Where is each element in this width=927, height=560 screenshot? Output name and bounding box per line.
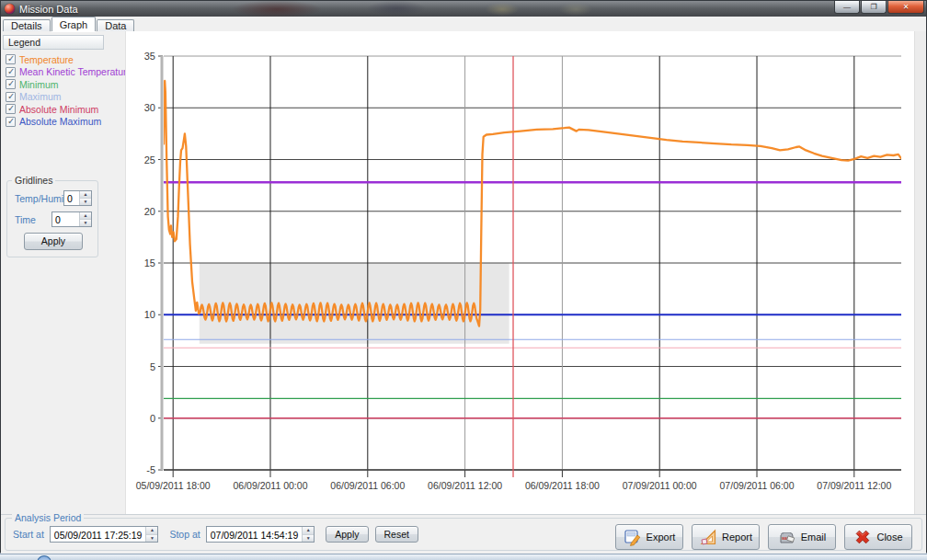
y-tick-label: -5 [146, 464, 155, 475]
x-tick-label: 06/09/2011 00:00 [234, 480, 308, 491]
stop-at-field[interactable]: 07/09/2011 14:54:19 ▲▼ [206, 526, 315, 543]
start-at-label: Start at [13, 529, 44, 540]
analysis-apply-button[interactable]: Apply [326, 526, 368, 543]
stop-at-label: Stop at [169, 529, 200, 540]
maximize-button[interactable]: ❐ [861, 1, 887, 14]
legend-label: Temperature [19, 54, 74, 65]
chart-right-margin [914, 31, 926, 514]
chart-panel: 35302520151050-505/09/2011 18:0006/09/20… [125, 31, 926, 514]
legend-item-absolute-minimum: Absolute Minimum [6, 103, 104, 116]
time-spinner[interactable]: 0 ▲▼ [52, 211, 92, 227]
restore-icon: ❐ [870, 4, 876, 11]
start-at-field[interactable]: 05/09/2011 17:25:19 ▲▼ [50, 526, 159, 543]
checkbox-absolute-minimum[interactable] [6, 104, 16, 114]
gridlines-panel: Gridlines Temp/Humi 0 ▲▼ Time 0 ▲▼ Apply [6, 180, 98, 257]
y-tick-label: 5 [150, 361, 155, 372]
y-axis-labels: 35302520151050-5 [144, 51, 155, 475]
analysis-period-panel: Analysis Period Start at 05/09/2011 17:2… [5, 518, 922, 551]
spinner-up-icon[interactable]: ▲ [80, 191, 91, 199]
close-dialog-button[interactable]: Close [844, 524, 912, 550]
titlebar: Mission Data — ❐ ✕ [1, 1, 926, 17]
temp-humi-label: Temp/Humi [15, 193, 63, 204]
y-tick-label: 35 [144, 51, 155, 62]
spinner-up-icon[interactable]: ▲ [146, 527, 157, 535]
gridlines-title: Gridlines [12, 175, 55, 186]
export-label: Export [647, 531, 676, 543]
x-tick-label: 07/09/2011 06:00 [720, 480, 795, 491]
x-tick-label: 07/09/2011 12:00 [817, 480, 891, 491]
gridlines-apply-button[interactable]: Apply [24, 233, 83, 250]
x-tick-label: 06/09/2011 12:00 [428, 480, 502, 491]
legend-item-absolute-maximum: Absolute Maximum [6, 116, 104, 129]
temp-humi-spinner[interactable]: 0 ▲▼ [63, 190, 92, 206]
spinner-down-icon[interactable]: ▼ [80, 220, 91, 226]
y-tick-label: 15 [144, 257, 155, 269]
spinner-up-icon[interactable]: ▲ [303, 527, 314, 535]
minimize-button[interactable]: — [834, 1, 860, 14]
spinner-up-icon[interactable]: ▲ [80, 212, 91, 220]
spinner-down-icon[interactable]: ▼ [146, 535, 157, 543]
legend-label: Absolute Minimum [19, 104, 98, 115]
report-icon [699, 528, 717, 546]
legend-item-mean-kinetic-temperature: Mean Kinetic Temperature [6, 66, 104, 79]
app-icon [5, 4, 15, 14]
window-title: Mission Data [19, 4, 78, 15]
time-value: 0 [52, 212, 79, 226]
legend-label: Maximum [19, 91, 62, 102]
stop-at-value: 07/09/2011 14:54:19 [207, 527, 303, 542]
x-tick-label: 06/09/2011 06:00 [330, 480, 405, 491]
tab-strip: Details Graph Data [1, 17, 926, 31]
close-window-icon: ✕ [903, 4, 910, 11]
export-button[interactable]: Export [615, 524, 683, 550]
legend-label: Absolute Maximum [19, 116, 101, 127]
x-tick-label: 05/09/2011 18:00 [136, 480, 211, 491]
sidebar: Legend Temperature Mean Kinetic Temperat… [1, 31, 125, 514]
export-icon [624, 528, 642, 546]
y-tick-label: 25 [144, 154, 155, 166]
y-tick-label: 10 [144, 309, 155, 320]
checkbox-absolute-maximum[interactable] [6, 117, 16, 127]
report-button[interactable]: Report [692, 524, 760, 550]
spinner-down-icon[interactable]: ▼ [80, 199, 91, 205]
y-tick-label: 0 [150, 413, 155, 424]
close-label: Close [876, 531, 902, 543]
time-label: Time [15, 214, 36, 225]
taskbar-orb-icon [36, 555, 52, 560]
x-tick-label: 07/09/2011 00:00 [623, 480, 697, 491]
x-tick-label: 06/09/2011 18:00 [525, 480, 600, 491]
analysis-reset-button[interactable]: Reset [375, 526, 418, 543]
y-tick-label: 30 [144, 102, 155, 113]
analysis-period-title: Analysis Period [12, 512, 84, 523]
y-tick-label: 20 [144, 206, 155, 217]
email-button[interactable]: MAIL Email [768, 524, 836, 550]
bottom-bar: Analysis Period Start at 05/09/2011 17:2… [1, 514, 926, 554]
checkbox-maximum[interactable] [6, 92, 16, 102]
tab-data[interactable]: Data [97, 19, 134, 31]
tab-details[interactable]: Details [3, 19, 51, 31]
email-icon: MAIL [778, 528, 796, 546]
tab-graph[interactable]: Graph [52, 17, 97, 31]
legend-panel: Legend Temperature Mean Kinetic Temperat… [3, 35, 104, 128]
checkbox-minimum[interactable] [6, 79, 16, 89]
minimize-icon: — [843, 4, 851, 11]
chart-svg[interactable]: 35302520151050-505/09/2011 18:0006/09/20… [126, 31, 927, 514]
start-at-value: 05/09/2011 17:25:19 [51, 527, 146, 542]
legend-title: Legend [3, 35, 104, 50]
legend-label: Mean Kinetic Temperature [19, 66, 132, 77]
desktop-sliver [0, 554, 927, 560]
y-axis-line [161, 56, 164, 470]
checkbox-mean-kinetic-temperature[interactable] [6, 67, 16, 77]
legend-item-temperature: Temperature [6, 53, 104, 66]
legend-item-minimum: Minimum [6, 78, 104, 91]
checkbox-temperature[interactable] [6, 54, 16, 64]
email-label: Email [801, 531, 827, 543]
legend-item-maximum: Maximum [6, 91, 104, 104]
temp-humi-value: 0 [64, 191, 79, 205]
legend-label: Minimum [19, 79, 59, 90]
shaded-selection-region [200, 263, 509, 344]
app-window: Mission Data — ❐ ✕ Details Graph Data Le… [0, 0, 927, 553]
report-label: Report [722, 531, 752, 543]
close-icon [853, 528, 872, 546]
close-window-button[interactable]: ✕ [887, 1, 924, 14]
spinner-down-icon[interactable]: ▼ [303, 535, 314, 543]
